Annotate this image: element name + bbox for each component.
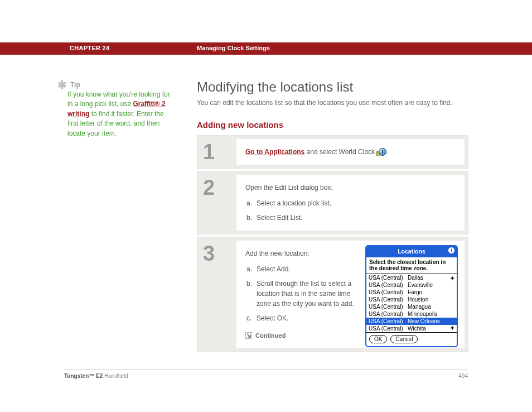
scroll-up-icon[interactable]: ✦ <box>450 274 454 282</box>
step-1-text: and select World Clock <box>304 148 376 156</box>
main-content: Modifying the locations list You can edi… <box>197 79 468 354</box>
step-1-end: . <box>386 148 388 156</box>
step-2b: Select Edit List. <box>257 213 456 223</box>
step-3: 3 Add the new location: a.Select Add. b.… <box>197 237 468 352</box>
sub-letter: b. <box>246 213 257 223</box>
footer-divider <box>64 370 468 370</box>
tip-body: If you know what you're looking for in a… <box>67 90 173 138</box>
chapter-title: Managing Clock Settings <box>197 45 270 51</box>
cancel-button[interactable]: Cancel <box>390 335 418 343</box>
locations-dialog: Locations i Select the closest location … <box>365 245 458 347</box>
locations-title: Locations <box>398 248 425 255</box>
list-item[interactable]: USA (Central)Fargo <box>366 289 457 296</box>
continued-label: Continued <box>255 331 286 341</box>
step-2a: Select a location pick list. <box>257 198 456 208</box>
step-2: 2 Open the Edit List dialog box: a.Selec… <box>197 171 468 234</box>
ok-button[interactable]: OK <box>369 335 387 343</box>
tip-label: Tip <box>70 81 80 89</box>
step-number: 2 <box>203 177 236 198</box>
step-2-lead: Open the Edit List dialog box: <box>245 183 456 193</box>
step-3-lead: Add the new location: <box>245 248 357 258</box>
list-item[interactable]: USA (Central)Evansville <box>366 281 457 289</box>
section-heading: Adding new locations <box>197 120 468 130</box>
sub-letter: a. <box>246 264 257 274</box>
product-name: Tungsten™ E2 Handheld <box>64 373 128 379</box>
scroll-down-icon[interactable]: ✦ <box>450 324 454 332</box>
list-item[interactable]: USA (Central)Minneapolis <box>366 310 457 318</box>
intro-text: You can edit the locations list so that … <box>197 98 468 108</box>
continued-arrow-icon <box>245 332 252 339</box>
step-3c: Select OK. <box>257 313 357 323</box>
info-icon[interactable]: i <box>448 247 454 253</box>
page-footer: Tungsten™ E2 Handheld 494 <box>64 373 468 379</box>
list-item[interactable]: USA (Central)Managua <box>366 303 457 310</box>
continued-indicator: Continued <box>245 331 357 341</box>
list-item[interactable]: USA (Central)Houston <box>366 296 457 303</box>
go-to-applications-link[interactable]: Go to Applications <box>245 148 304 156</box>
list-item[interactable]: USA (Central)Wichita <box>366 325 457 332</box>
locations-buttons: OK Cancel <box>366 332 457 346</box>
locations-instruction: Select the closest location in the desir… <box>366 257 457 274</box>
step-number: 3 <box>203 243 236 264</box>
sub-letter: a. <box>246 198 257 208</box>
locations-list[interactable]: ✦ USA (Central)Dallas USA (Central)Evans… <box>366 274 457 332</box>
list-item-selected[interactable]: USA (Central)New Orleans <box>366 318 457 325</box>
chapter-number: CHAPTER 24 <box>70 45 109 51</box>
step-2-body: Open the Edit List dialog box: a.Select … <box>236 175 465 231</box>
step-1-body: Go to Applications and select World Cloc… <box>236 139 465 165</box>
world-clock-icon <box>376 148 386 156</box>
step-3-body: Add the new location: a.Select Add. b.Sc… <box>236 241 465 348</box>
asterisk-icon: ✱ <box>57 81 67 89</box>
locations-titlebar: Locations i <box>366 246 457 257</box>
page-title: Modifying the locations list <box>197 79 468 95</box>
page-number: 494 <box>458 373 468 379</box>
step-number: 1 <box>203 141 236 162</box>
step-3a: Select Add. <box>257 264 357 274</box>
step-1: 1 Go to Applications and select World Cl… <box>197 135 468 169</box>
sub-letter: b. <box>246 279 257 309</box>
steps-container: 1 Go to Applications and select World Cl… <box>197 135 468 352</box>
list-item[interactable]: USA (Central)Dallas <box>366 274 457 281</box>
sub-letter: c. <box>246 313 257 323</box>
tip-sidebar: ✱ Tip If you know what you're looking fo… <box>57 81 173 138</box>
step-3b: Scroll through the list to select a loca… <box>257 279 357 309</box>
chapter-header-bar: CHAPTER 24 Managing Clock Settings <box>0 42 532 55</box>
